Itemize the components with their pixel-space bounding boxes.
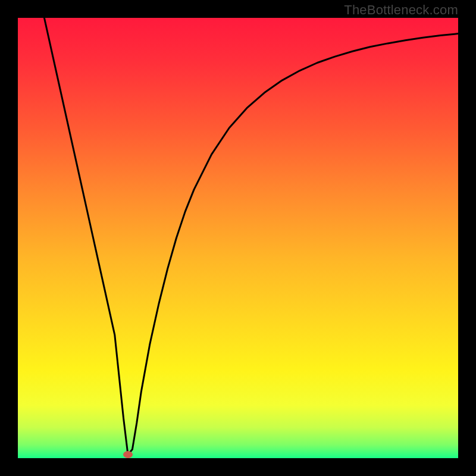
watermark-text: TheBottleneck.com xyxy=(344,2,458,18)
gradient-background xyxy=(18,18,458,458)
chart-svg xyxy=(18,18,458,458)
minimum-marker xyxy=(123,451,133,458)
chart-frame xyxy=(18,18,458,458)
